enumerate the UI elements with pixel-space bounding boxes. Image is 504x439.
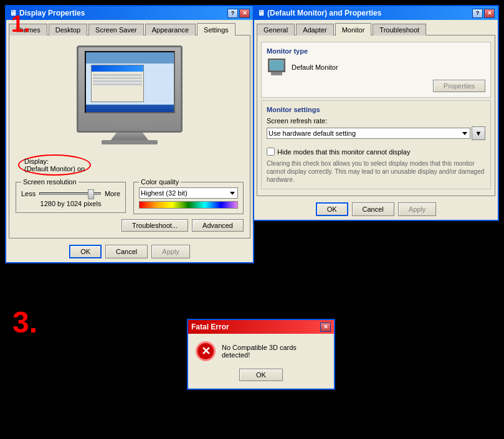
tab-screen-saver[interactable]: Screen Saver (88, 24, 144, 35)
properties-button[interactable]: Properties (433, 80, 485, 92)
fatal-ok-row: OK (196, 369, 326, 381)
color-quality-group: Color quality Highest (32 bit)Medium (16… (133, 182, 244, 214)
dialog2-titlebar: 🖥 (Default Monitor) and Properties ? ✕ (254, 6, 498, 20)
dialog2-title-buttons: ? ✕ (472, 9, 495, 18)
screen-window-title (92, 65, 143, 72)
monitor-name: Default Monitor (292, 64, 338, 71)
color-quality-select[interactable]: Highest (32 bit)Medium (16 bit)Low (8 bi… (139, 187, 238, 199)
screen-line-4 (93, 83, 142, 85)
resolution-group: Screen resolution Less More 1280 by 1024… (16, 182, 126, 213)
screen-window (91, 65, 144, 102)
monitor-icon-screen (268, 59, 285, 72)
fatal-message-row: ✕ No Compatible 3D cards detected! (196, 341, 326, 361)
monitor-icon-display (270, 60, 283, 70)
dialog1-tab-bar: Themes Desktop Screen Saver Appearance S… (6, 20, 253, 35)
dialog2-title-text: (Default Monitor) and Properties (267, 9, 381, 17)
dialog1-body: Display: (Default Monitor) on Screen res… (9, 35, 250, 238)
display-properties-dialog: 🖥 Display Properties ? ✕ Themes Desktop … (5, 5, 254, 263)
troubleshoot-button[interactable]: Troubleshoot... (121, 219, 188, 232)
more-label: More (105, 190, 120, 197)
dialog3-titlebar: Fatal Error ✕ (188, 320, 334, 334)
dialog2-help-btn[interactable]: ? (472, 9, 483, 18)
dialog3-title-text: Fatal Error (191, 323, 229, 331)
properties-btn-row: Properties (267, 80, 485, 92)
screen-line-1 (93, 74, 142, 76)
monitor-type-title: Monitor type (267, 47, 485, 55)
monitor-settings-title: Monitor settings (267, 106, 485, 113)
tab-troubleshoot[interactable]: Troubleshoot (373, 24, 426, 35)
resolution-column: Screen resolution Less More 1280 by 1024… (13, 179, 128, 217)
monitor-settings-section: Monitor settings Screen refresh rate: Us… (261, 100, 491, 189)
resolution-slider[interactable] (39, 192, 101, 195)
hide-modes-row: Hide modes that this monitor cannot disp… (267, 148, 485, 156)
color-quality-label: Color quality (139, 178, 181, 186)
refresh-dropdown-btn[interactable]: ▼ (472, 126, 485, 140)
dialog1-ok-button[interactable]: OK (69, 245, 102, 258)
monitor-screen (85, 51, 175, 113)
error-icon: ✕ (196, 341, 216, 361)
screen-line-2 (93, 77, 142, 79)
dialog1-close-btn[interactable]: ✕ (239, 9, 250, 18)
slider-thumb[interactable] (88, 189, 94, 199)
step1-number: 1. (11, 11, 30, 37)
screen-taskbar (86, 105, 174, 112)
dialog1-apply-button[interactable]: Apply (151, 245, 190, 258)
settings-columns: Screen resolution Less More 1280 by 1024… (13, 179, 246, 217)
dialog2-footer: OK Cancel Apply (254, 199, 498, 220)
dialog1-footer: OK Cancel Apply (6, 241, 253, 262)
monitor-icon-stand (271, 72, 282, 75)
step3-number: 3. (12, 305, 37, 339)
spacer1 (267, 140, 485, 144)
display-section: Display: (Default Monitor) on (16, 152, 244, 178)
resolution-value: 1280 by 1024 pixels (21, 200, 120, 207)
fatal-message: No Compatible 3D cards detected! (222, 344, 326, 359)
dialog2-cancel-button[interactable]: Cancel (352, 202, 394, 216)
hide-modes-checkbox[interactable] (267, 148, 275, 156)
color-bar (139, 201, 238, 209)
tab-desktop[interactable]: Desktop (49, 24, 87, 35)
monitor-properties-dialog: 🖥 (Default Monitor) and Properties ? ✕ G… (253, 5, 499, 221)
dialog2-tab-bar: General Adapter Monitor Troubleshoot (254, 20, 498, 35)
screen-window-content (92, 72, 143, 88)
dialog2-title-area: 🖥 (Default Monitor) and Properties (257, 9, 381, 17)
dialog2-icon: 🖥 (257, 9, 265, 17)
monitor-neck (111, 133, 148, 140)
monitor-type-row: Default Monitor (267, 59, 485, 76)
monitor-type-section: Monitor type Default Monitor Properties (261, 42, 491, 98)
dialog3-title-area: Fatal Error (191, 323, 229, 331)
fatal-ok-button[interactable]: OK (239, 369, 283, 381)
tab-adapter[interactable]: Adapter (296, 24, 334, 35)
dialog2-body: Monitor type Default Monitor Properties … (257, 35, 495, 196)
color-quality-column: Color quality Highest (32 bit)Medium (16… (131, 179, 246, 217)
dialog2-ok-button[interactable]: OK (316, 202, 348, 216)
dialog2-close-btn[interactable]: ✕ (484, 9, 495, 18)
info-text: Clearing this check box allows you to se… (267, 159, 485, 184)
dialog3-title-buttons: ✕ (320, 323, 331, 332)
tab-appearance[interactable]: Appearance (145, 24, 196, 35)
fatal-body: ✕ No Compatible 3D cards detected! OK (188, 334, 334, 389)
dialog3-close-btn[interactable]: ✕ (320, 323, 331, 332)
monitor-preview (13, 39, 246, 151)
dialog2-apply-button[interactable]: Apply (398, 202, 437, 216)
dialog1-action-buttons: Troubleshoot... Advanced (13, 217, 246, 234)
screen-line-3 (93, 80, 142, 82)
display-label: Display: (24, 158, 85, 165)
refresh-select-row: Use hardware default setting60 Hertz75 H… (267, 126, 485, 140)
display-oval: Display: (Default Monitor) on (18, 154, 91, 176)
monitor-outer (77, 45, 183, 133)
advanced-button[interactable]: Advanced (192, 219, 244, 232)
tab-general[interactable]: General (257, 24, 295, 35)
screen-content (86, 52, 174, 112)
tab-monitor[interactable]: Monitor (335, 23, 372, 35)
resolution-label: Screen resolution (21, 178, 78, 186)
dialog1-help-btn[interactable]: ? (227, 9, 238, 18)
fatal-error-dialog: Fatal Error ✕ ✕ No Compatible 3D cards d… (187, 319, 335, 390)
monitor-base (102, 140, 158, 144)
resolution-slider-row: Less More (21, 190, 120, 197)
dialog1-cancel-button[interactable]: Cancel (105, 245, 148, 258)
refresh-rate-select[interactable]: Use hardware default setting60 Hertz75 H… (267, 128, 470, 139)
display-value: (Default Monitor) on (24, 165, 85, 172)
tab-settings[interactable]: Settings (197, 23, 235, 35)
monitor-small-icon (267, 59, 287, 76)
less-label: Less (21, 190, 36, 197)
